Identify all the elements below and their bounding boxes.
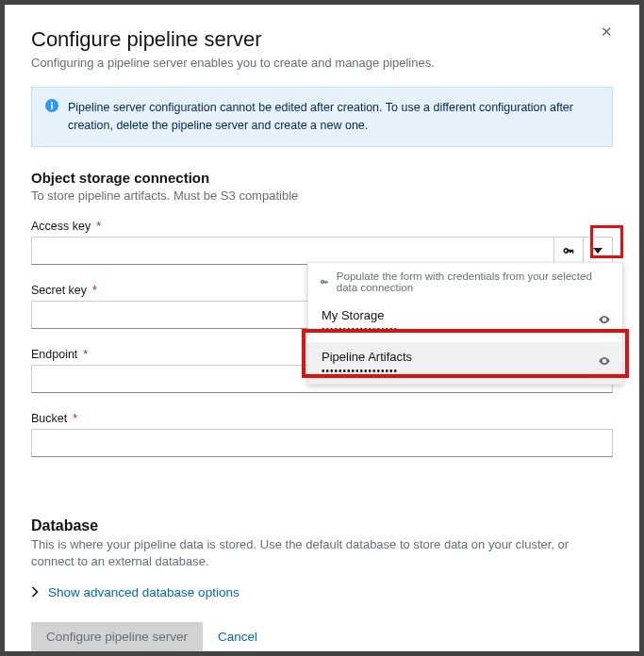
modal-frame: ✕ Configure pipeline server Configuring … bbox=[0, 0, 644, 656]
advanced-db-toggle-label: Show advanced database options bbox=[48, 585, 239, 599]
bucket-label: Bucket* bbox=[31, 412, 613, 425]
access-key-label: Access key* bbox=[31, 220, 613, 233]
svg-rect-1 bbox=[51, 105, 53, 109]
info-icon bbox=[45, 99, 58, 135]
database-heading: Database bbox=[31, 517, 613, 534]
svg-rect-2 bbox=[51, 102, 53, 104]
object-storage-heading: Object storage connection bbox=[31, 170, 613, 186]
configure-button[interactable]: Configure pipeline server bbox=[31, 622, 203, 651]
credentials-dropdown-description: Populate the form with credentials from … bbox=[308, 263, 622, 301]
info-banner: Pipeline server configuration cannot be … bbox=[31, 87, 613, 147]
access-key-input[interactable] bbox=[31, 237, 554, 265]
cancel-button[interactable]: Cancel bbox=[218, 630, 257, 644]
chevron-right-icon bbox=[31, 585, 39, 599]
bucket-input[interactable] bbox=[31, 429, 613, 457]
modal-subtitle: Configuring a pipeline server enables yo… bbox=[31, 56, 613, 70]
database-sub: This is where your pipeline data is stor… bbox=[31, 536, 613, 570]
key-icon[interactable] bbox=[553, 237, 584, 265]
close-icon[interactable]: ✕ bbox=[601, 24, 613, 41]
advanced-db-toggle[interactable]: Show advanced database options bbox=[31, 585, 613, 599]
highlight-dropdown-trigger bbox=[590, 225, 623, 258]
modal-title: Configure pipeline server bbox=[31, 27, 613, 52]
object-storage-sub: To store pipeline artifacts. Must be S3 … bbox=[31, 188, 613, 205]
highlight-selected-option bbox=[302, 329, 629, 378]
eye-icon[interactable] bbox=[598, 313, 611, 330]
key-icon bbox=[320, 276, 329, 287]
info-text: Pipeline server configuration cannot be … bbox=[68, 99, 599, 135]
